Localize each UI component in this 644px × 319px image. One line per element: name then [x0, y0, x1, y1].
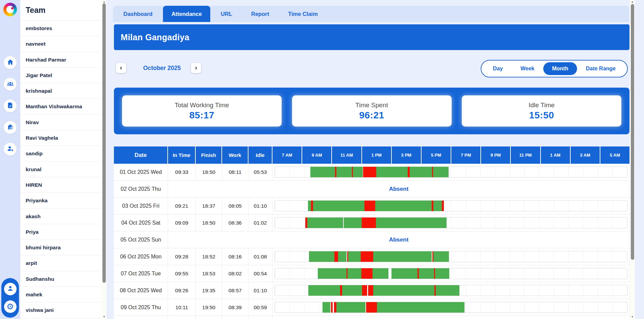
team-panel: Team embstoresnavneetHarshad ParmarJigar… [20, 0, 102, 319]
timeline-track[interactable] [275, 217, 627, 228]
date-cell: 03 Oct 2025 Fri [114, 198, 168, 214]
scroll-up-icon[interactable]: ▲ [102, 1, 106, 3]
stat-value: 85:17 [189, 110, 214, 121]
timeline-track[interactable] [275, 166, 627, 178]
work-segment [377, 302, 464, 313]
work-segment [310, 167, 335, 177]
team-member-name: embstores [26, 25, 52, 31]
work-segment [348, 268, 362, 279]
nav-report-button[interactable] [4, 99, 17, 112]
team-member-bhumi-hirpara[interactable]: bhumi hirpara [20, 240, 102, 255]
team-member-krishnapal[interactable]: krishnapal [20, 83, 102, 99]
timeline-track[interactable] [275, 251, 627, 262]
stat-card-total-working-time: Total Working Time85:17 [122, 95, 282, 127]
nav-profile-button[interactable] [4, 283, 17, 295]
team-member-name: Sudhanshu [26, 276, 54, 282]
team-member-nirav[interactable]: Nirav [20, 115, 102, 130]
scroll-up-icon[interactable]: ▲ [630, 1, 635, 3]
scroll-down-icon[interactable]: ▼ [102, 316, 106, 318]
in-time-cell: 10:11 [168, 299, 196, 316]
team-member-navneet[interactable]: navneet [20, 36, 102, 52]
work-segment [344, 218, 362, 228]
column-header-11-am: 11 AM [332, 146, 362, 164]
empty-cell [196, 316, 222, 319]
stat-label: Time Spent [355, 101, 388, 109]
report-icon [7, 102, 14, 110]
team-panel-title: Team [20, 0, 102, 21]
prev-month-button[interactable]: ‹ [116, 63, 126, 73]
idle-segment [361, 251, 373, 262]
nav-settings-button[interactable]: ⚙ [4, 300, 17, 313]
team-member-sandip[interactable]: sandip [20, 146, 102, 161]
tab-time-claim[interactable]: Time Claim [280, 6, 326, 22]
team-member-name: navneet [26, 41, 46, 47]
nav-payroll-button[interactable]: $ [4, 121, 17, 134]
settings-icon: ⚙ [6, 302, 14, 311]
team-member-embstores[interactable]: embstores [20, 21, 102, 36]
work-segment [308, 285, 340, 296]
timeline-track[interactable] [275, 200, 627, 211]
tab-report[interactable]: Report [243, 6, 278, 22]
team-member-name: Nirav [26, 119, 39, 125]
stat-card-time-spent: Time Spent96:21 [292, 95, 452, 127]
team-member-arpit[interactable]: arpit [20, 255, 102, 271]
table-row: 04 Oct 2025 Sat09:0918:5008:3601:02 [114, 214, 629, 231]
timeline-track[interactable] [275, 302, 627, 313]
tab-url[interactable]: URL [212, 6, 241, 22]
column-header-work: Work [222, 146, 248, 164]
timeline-track[interactable] [275, 268, 627, 279]
work-segment [373, 251, 432, 262]
work-segment [410, 167, 432, 177]
tab-attendance[interactable]: Attendance [163, 6, 210, 22]
view-option-date-range[interactable]: Date Range [577, 62, 624, 75]
team-scrollbar-thumb[interactable] [102, 3, 106, 283]
column-header-7-pm: 7 PM [451, 146, 481, 164]
team-member-vishwa-jani[interactable]: vishwa jani [20, 302, 102, 318]
timeline-cell [272, 248, 629, 265]
tab-dashboard[interactable]: Dashboard [115, 6, 161, 22]
team-member-priya[interactable]: Priya [20, 224, 102, 240]
work-segment [435, 268, 449, 279]
nav-add-member-button[interactable] [4, 143, 17, 156]
scroll-down-icon[interactable]: ▼ [630, 316, 635, 318]
team-member-name: bhumi hirpara [26, 245, 61, 250]
team-member-ravi-vaghela[interactable]: Ravi Vaghela [20, 130, 102, 146]
team-member-krunal[interactable]: krunal [20, 162, 102, 177]
nav-home-button[interactable] [4, 56, 17, 69]
team-member-manthan-vishwakarma[interactable]: Manthan Vishwakarma [20, 99, 102, 114]
summary-stats-bar: Total Working Time85:17Time Spent96:21Id… [114, 88, 629, 134]
column-header-9-am: 9 AM [302, 146, 332, 164]
column-header-1-am: 1 AM [541, 146, 571, 164]
team-member-name: Jigar Patel [26, 72, 52, 78]
chevron-left-icon: ‹ [120, 64, 122, 71]
team-member-harshad-parmar[interactable]: Harshad Parmar [20, 52, 102, 68]
team-scrollbar[interactable]: ▲ ▼ [102, 0, 106, 319]
column-header-9-pm: 9 PM [481, 146, 511, 164]
view-option-week[interactable]: Week [511, 62, 543, 75]
team-member-mahek[interactable]: mahek [20, 287, 102, 302]
column-header-finish: Finish [196, 146, 222, 164]
next-month-button[interactable]: › [191, 63, 201, 73]
view-option-day[interactable]: Day [484, 62, 511, 75]
main-scrollbar[interactable]: ▲ ▼ [630, 0, 635, 319]
idle-segment [366, 302, 377, 313]
idle-cell: 01:02 [248, 214, 272, 231]
main-scrollbar-thumb[interactable] [631, 4, 634, 260]
team-member-priyanka[interactable]: Priyanka [20, 193, 102, 208]
team-member-akash[interactable]: akash [20, 209, 102, 224]
page-header: Milan Gangadiya [114, 24, 629, 50]
app-logo[interactable] [3, 3, 17, 16]
date-cell: 02 Oct 2025 Thu [114, 181, 168, 197]
timeline-track[interactable] [275, 285, 627, 296]
team-icon [7, 80, 14, 89]
team-member-sudhanshu[interactable]: Sudhanshu [20, 271, 102, 287]
nav-team-button[interactable] [4, 78, 17, 91]
team-member-hiren[interactable]: HIREN [20, 177, 102, 193]
view-option-month[interactable]: Month [543, 62, 577, 75]
home-icon [7, 59, 14, 67]
date-cell: 08 Oct 2025 Wed [114, 282, 168, 299]
team-member-jigar-patel[interactable]: Jigar Patel [20, 68, 102, 83]
attendance-table-header: DateIn TimeFinishWorkIdle7 AM9 AM11 AM1 … [114, 146, 629, 164]
timeline-cell [272, 164, 629, 180]
column-header-11-pm: 11 PM [511, 146, 541, 164]
